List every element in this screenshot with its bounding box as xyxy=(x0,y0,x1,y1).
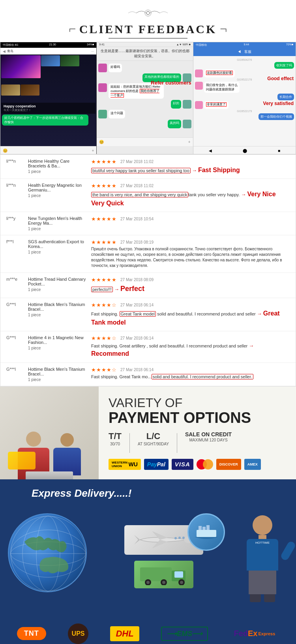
table-row: G***l Hottime Black Men's Titanium Brace… xyxy=(0,298,296,331)
svg-point-14 xyxy=(178,537,181,539)
review-user: f***l xyxy=(6,239,24,244)
svg-rect-8 xyxy=(197,530,216,537)
svg-point-20 xyxy=(146,581,150,584)
review-content: 27 Mar 2018 11:02 the band is very nice,… xyxy=(91,183,290,208)
variety-label: VARIETY OF xyxy=(109,396,286,410)
svg-point-15 xyxy=(182,537,185,539)
method-tt-detail: 30/70 xyxy=(109,441,122,447)
svg-point-0 xyxy=(146,11,150,15)
review-user: m***e xyxy=(6,277,24,282)
chat-panel-1: 中国移动 4G21:3034%■ ◀ 青岛 ··· Happy cooperat… xyxy=(0,42,97,154)
table-row: G***l Hottime 4 in 1 Magnetic New Fashio… xyxy=(0,331,296,363)
bracket-right: ⌐ xyxy=(220,22,227,36)
review-product-info: Hottime Black Men's Titanium Bracel... 1… xyxy=(28,302,87,317)
ems-logo: ⟶EMS⟶ xyxy=(161,627,208,641)
delivery-section: Express Delivery.....! xyxy=(0,479,296,618)
method-lc-name: L/C xyxy=(138,431,169,441)
svg-rect-16 xyxy=(140,567,172,581)
tnt-logo: TNT xyxy=(17,627,46,640)
review-user: G***l xyxy=(6,302,24,307)
payment-content: VARIETY OF PAYMENT OPTIONS T/T 30/70 L/C… xyxy=(99,388,296,478)
review-user: G***l xyxy=(6,367,24,372)
review-content: 27 Mar 2018 06:14 Fast shipping. Great T… xyxy=(91,302,290,327)
payment-divider-2 xyxy=(177,433,177,453)
review-content: 27 Mar 2018 10:54 xyxy=(91,216,290,222)
table-row: li***n Hottime Healthy Care Bracelets & … xyxy=(0,155,296,179)
method-lc-detail: AT SIGHT/90DAY xyxy=(138,441,169,447)
method-credit-name: SALE ON CREDIT xyxy=(185,431,232,437)
chat-panel-3: 中国移动9:4470%■ ◀ 客服 GG9504276 收到发了吗 这款颜色比较… xyxy=(193,42,296,154)
table-row: f***l SGS authentication Export to Korea… xyxy=(0,235,296,273)
review-content: 27 Mar 2018 06:14 Fast shipping. Great T… xyxy=(91,367,290,380)
delivery-person: HOTTIME xyxy=(237,507,288,602)
review-product-info: Hottime Black Men's Titanium Bracel... 1… xyxy=(28,367,87,382)
review-user: li***y xyxy=(6,216,24,221)
review-product-info: Hottime Tread Hand Catenary Pocket... 1 … xyxy=(28,277,87,292)
review-content: 27 Mar 2018 06:14 Fast shipping. Great a… xyxy=(91,335,290,359)
svg-rect-9 xyxy=(199,526,202,530)
bracket-left: ⌐ xyxy=(69,22,76,36)
fedex-logo: FedEx Express xyxy=(230,627,279,640)
discover-logo: DISCOVER xyxy=(216,459,241,470)
method-credit-detail: MAXIMUM 120 DAYS xyxy=(185,437,232,443)
svg-rect-10 xyxy=(202,527,206,530)
payment-method-credit: SALE ON CREDIT MAXIMUM 120 DAYS xyxy=(185,431,232,443)
mastercard-logo xyxy=(197,459,213,470)
globe-area xyxy=(8,513,91,596)
review-product-info: SGS authentication Export to Korea... 1 … xyxy=(28,239,87,254)
review-user: li***n xyxy=(6,183,24,188)
ornament-top xyxy=(0,7,296,21)
payment-divider-1 xyxy=(129,433,130,453)
review-product-info: Health Energy Magnetic Ion Germaniu... 1… xyxy=(28,183,87,198)
amex-logo: AMEX xyxy=(244,459,261,470)
payment-method-tt: T/T 30/70 xyxy=(109,431,122,447)
review-content: 27 Mar 2018 11:02 biutiful very happy ta… xyxy=(91,159,290,175)
truck-area xyxy=(134,561,193,588)
payment-person xyxy=(0,387,99,479)
chat-panel-2: 9:41▲▼ WiFi ■ 生意就是要……最新谢谢你们的安装，语喜。你们的也都能… xyxy=(97,42,193,154)
ship-circle xyxy=(187,513,225,551)
review-user: li***n xyxy=(6,159,24,163)
review-product-info: New Tungsten Men's Health Energy Ma... 1… xyxy=(28,216,87,231)
svg-point-13 xyxy=(174,537,177,539)
review-product-info: Hottime Healthy Care Bracelets & Ba... 1… xyxy=(28,159,87,174)
method-tt-name: T/T xyxy=(109,431,122,441)
paypal-logo: PayPal xyxy=(144,459,169,470)
feedback-header: ⌐ CLIENT FEEDBACK ⌐ xyxy=(0,0,296,42)
table-row: G***l Hottime Black Men's Titanium Brace… xyxy=(0,363,296,386)
svg-point-22 xyxy=(162,581,165,584)
delivery-title: Express Delivery.....! xyxy=(32,487,288,499)
visa-logo: VISA xyxy=(172,459,193,470)
svg-rect-11 xyxy=(206,525,210,530)
payment-methods-row: T/T 30/70 L/C AT SIGHT/90DAY SALE ON CRE… xyxy=(109,431,286,453)
feedback-title-text: CLIENT FEEDBACK xyxy=(79,23,217,36)
review-content: 27 Mar 2018 08:09 perfecto!!! → Perfect xyxy=(91,277,290,294)
payment-logos-row: WESTERNUNION WU PayPal VISA DISCOVER AME… xyxy=(109,459,286,470)
feedback-title-row: ⌐ CLIENT FEEDBACK ⌐ xyxy=(0,22,296,36)
delivery-middle xyxy=(95,521,233,588)
feedback-underline xyxy=(109,38,187,39)
western-union-logo: WESTERNUNION WU xyxy=(109,459,141,470)
ups-logo: UPS xyxy=(68,623,88,644)
review-content: 27 Mar 2018 08:19 Пришёл очень быстро. У… xyxy=(91,239,290,268)
chat-screenshots-area: 中国移动 4G21:3034%■ ◀ 青岛 ··· Happy cooperat… xyxy=(0,42,296,154)
reviews-section: li***n Hottime Healthy Care Bracelets & … xyxy=(0,154,296,387)
review-user: G***l xyxy=(6,335,24,340)
svg-rect-18 xyxy=(174,571,183,578)
table-row: m***e Hottime Tread Hand Catenary Pocket… xyxy=(0,273,296,298)
table-row: li***n Health Energy Magnetic Ion German… xyxy=(0,179,296,212)
review-product-info: Hottime 4 in 1 Magnetic New Fashion... 1… xyxy=(28,335,87,350)
delivery-content: HOTTIME xyxy=(8,503,288,606)
delivery-logos-bar: TNT UPS DHL ⟶EMS⟶ FedEx Express xyxy=(0,618,296,644)
table-row: li***y New Tungsten Men's Health Energy … xyxy=(0,212,296,235)
dhl-logo: DHL xyxy=(110,626,139,641)
payment-method-lc: L/C AT SIGHT/90DAY xyxy=(138,431,169,447)
options-label: PAYMENT OPTIONS xyxy=(109,410,286,426)
svg-point-24 xyxy=(180,581,183,584)
payment-section: VARIETY OF PAYMENT OPTIONS T/T 30/70 L/C… xyxy=(0,387,296,479)
